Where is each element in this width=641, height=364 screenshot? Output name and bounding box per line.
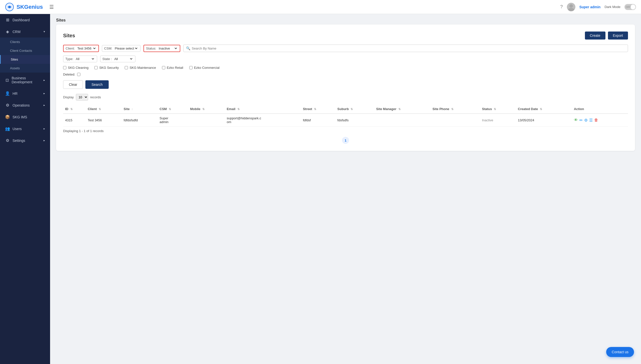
sidebar-item-sites[interactable]: Sites — [0, 55, 50, 64]
site-sort-icon: ↑ — [131, 108, 133, 111]
sidebar-item-assets[interactable]: Assets — [0, 64, 50, 73]
crm-icon: ◈ — [5, 29, 10, 34]
sidebar-item-clients[interactable]: Clients — [0, 38, 50, 46]
sidebar-item-crm[interactable]: ◈ CRM ▾ — [0, 26, 50, 38]
cell-street: fdfdsf — [301, 114, 336, 127]
cell-site: fdfdsfsdfd — [122, 114, 157, 127]
search-by-name-input[interactable] — [192, 47, 234, 50]
type-select[interactable]: All — [75, 57, 95, 61]
skg-cleaning-checkbox[interactable] — [63, 66, 66, 69]
sidebar-item-skg-ims[interactable]: 📦 SKG IMS — [0, 111, 50, 123]
col-status[interactable]: Status ⇅ — [480, 105, 516, 114]
col-site[interactable]: Site ↑ — [122, 105, 157, 114]
deleted-label: Deleted: — [63, 73, 75, 76]
col-csm[interactable]: CSM ⇅ — [157, 105, 188, 114]
col-client[interactable]: Client ⇅ — [86, 105, 121, 114]
gear-icon[interactable]: ⚙ — [584, 118, 588, 123]
checkbox-skg-maintenance[interactable]: SKG Maintenance — [125, 66, 156, 70]
deleted-checkbox[interactable] — [77, 73, 80, 76]
dark-mode-label: Dark Mode — [604, 5, 620, 9]
sidebar-item-operations[interactable]: ⚙ Operations ▸ — [0, 99, 50, 111]
users-arrow-icon: ▸ — [44, 127, 45, 130]
sidebar-item-crm-label: CRM — [13, 30, 21, 34]
col-site-phone[interactable]: Site Phone ⇅ — [430, 105, 480, 114]
operations-icon: ⚙ — [5, 103, 10, 108]
checkbox-skg-security[interactable]: SKG Security — [94, 66, 119, 70]
page-title: Sites — [63, 33, 75, 39]
sidebar-item-dashboard[interactable]: ⊞ Dashboard — [0, 14, 50, 26]
top-header: SKGenius ☰ ? Super admin Dark Mode OFF — [0, 0, 641, 14]
hr-arrow-icon: ▸ — [44, 92, 45, 95]
create-button[interactable]: Create — [585, 32, 605, 40]
client-select[interactable]: Test 3456 — [76, 46, 96, 51]
sidebar-item-skg-ims-label: SKG IMS — [13, 115, 27, 119]
display-count: Displaying 1 - 1 of 1 records — [63, 129, 628, 133]
page-1-button[interactable]: 1 — [342, 137, 349, 144]
header-buttons: Create Export — [585, 32, 628, 40]
sidebar-item-business-dev[interactable]: ⊡ Business Development ▸ — [0, 73, 50, 88]
toggle-knob — [630, 5, 635, 10]
ezko-retail-checkbox[interactable] — [162, 66, 165, 69]
skg-ims-icon: 📦 — [5, 115, 10, 119]
filter-row-2: Type: All State : All — [63, 56, 628, 62]
csm-select[interactable]: Please select — [114, 46, 138, 51]
col-created-date[interactable]: Created Date ⇅ — [516, 105, 572, 114]
skg-maintenance-label: SKG Maintenance — [129, 66, 156, 70]
cell-action: 👁 ✏ ⚙ ☰ 🗑 — [572, 114, 628, 127]
sidebar-item-client-contacts-label: Client Contacts — [10, 49, 32, 53]
display-count-select[interactable]: 10 — [76, 94, 88, 101]
crm-arrow-icon: ▾ — [44, 30, 45, 33]
state-label: State : — [102, 57, 112, 61]
status-select[interactable]: Inactive — [158, 46, 178, 51]
list-icon[interactable]: ☰ — [589, 118, 593, 123]
cell-client: Test 3456 — [86, 114, 121, 127]
contact-us-button[interactable]: Contact us — [606, 347, 634, 357]
main-content: Sites Sites Create Export Client: Test 3… — [50, 14, 641, 364]
created-date-sort-icon: ⇅ — [540, 108, 542, 111]
sidebar-item-users[interactable]: 👥 Users ▸ — [0, 123, 50, 135]
skg-maintenance-checkbox[interactable] — [125, 66, 128, 69]
search-button[interactable]: Search — [85, 80, 108, 89]
action-row: Clear Search — [63, 80, 628, 89]
csm-filter: CSM: Please select — [102, 45, 141, 52]
col-site-manager[interactable]: Site Manager ⇅ — [374, 105, 430, 114]
clear-button[interactable]: Clear — [63, 80, 83, 89]
checkbox-ezko-retail[interactable]: Ezko Retail — [162, 66, 183, 70]
sidebar-item-settings[interactable]: ⚙ Settings ▸ — [0, 135, 50, 146]
col-mobile[interactable]: Mobile ⇅ — [188, 105, 225, 114]
display-row: Display 10 records — [63, 94, 628, 101]
content-card: Sites Create Export Client: Test 3456 CS — [56, 25, 635, 151]
cell-email: support@hiddenspark.com — [225, 114, 301, 127]
col-street[interactable]: Street ⇅ — [301, 105, 336, 114]
checkbox-ezko-commercial[interactable]: Ezko Commercial — [189, 66, 220, 70]
filter-row-1: Client: Test 3456 CSM: Please select Sta… — [63, 45, 628, 52]
view-icon[interactable]: 👁 — [574, 118, 578, 122]
svg-point-2 — [569, 4, 573, 8]
col-id[interactable]: ID ⇅ — [63, 105, 86, 114]
svg-point-1 — [9, 6, 11, 8]
checkbox-skg-cleaning[interactable]: SKG Cleaning — [63, 66, 88, 70]
client-sort-icon: ⇅ — [99, 108, 101, 111]
operations-arrow-icon: ▸ — [44, 104, 45, 107]
cell-id: 4315 — [63, 114, 86, 127]
state-filter: State : All — [100, 56, 136, 62]
sidebar-item-client-contacts[interactable]: Client Contacts — [0, 46, 50, 55]
export-button[interactable]: Export — [608, 32, 628, 40]
skg-security-checkbox[interactable] — [94, 66, 98, 69]
dark-mode-toggle[interactable]: OFF — [624, 4, 636, 10]
sidebar-item-hr[interactable]: 👤 HR ▸ — [0, 88, 50, 99]
state-select[interactable]: All — [113, 57, 133, 61]
cell-site-manager — [374, 114, 430, 127]
help-icon[interactable]: ? — [560, 4, 563, 10]
ezko-commercial-label: Ezko Commercial — [194, 66, 220, 70]
delete-icon[interactable]: 🗑 — [594, 118, 598, 122]
col-suburb[interactable]: Suburb ⇅ — [335, 105, 374, 114]
status-label: Status: — [146, 47, 156, 50]
search-by-name-box: 🔍 — [183, 45, 628, 52]
status-badge: Inactive — [482, 118, 493, 122]
edit-icon[interactable]: ✏ — [579, 118, 583, 123]
layout: ⊞ Dashboard ◈ CRM ▾ Clients Client Conta… — [0, 14, 641, 364]
hamburger-button[interactable]: ☰ — [49, 4, 54, 10]
col-email[interactable]: Email ⇅ — [225, 105, 301, 114]
ezko-commercial-checkbox[interactable] — [189, 66, 193, 69]
